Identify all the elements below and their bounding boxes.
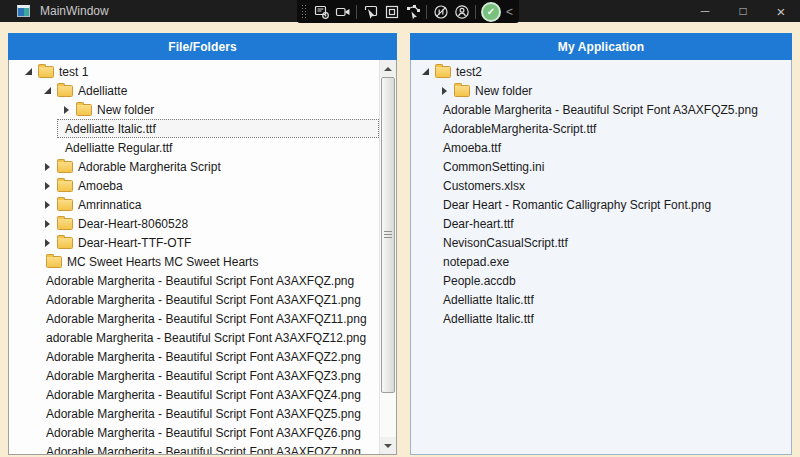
file-folders-panel-header: File/Folders (8, 33, 397, 60)
tree-item[interactable]: Dear-Heart-8060528 (38, 214, 379, 233)
minimize-button[interactable]: ─ (686, 0, 724, 22)
tree-item[interactable]: New folder (57, 100, 379, 119)
tree-item[interactable]: People.accdb (435, 271, 791, 290)
tree-item-label: Adorable Margherita Script (78, 160, 225, 174)
tree-item-label: Dear-heart.ttf (443, 217, 518, 231)
tree-item[interactable]: Adelliatte Regular.ttf (57, 138, 379, 157)
cursor-capture-icon[interactable] (360, 2, 381, 21)
file-folders-tree: test 1AdelliatteNew folderAdelliatte Ita… (8, 60, 397, 455)
expand-arrow-icon[interactable] (38, 233, 57, 252)
scrollbar-thumb[interactable] (381, 77, 395, 393)
user-circle-icon[interactable] (451, 2, 472, 21)
tree-item[interactable]: Dear-heart.ttf (435, 214, 791, 233)
capture-settings-icon[interactable] (311, 2, 332, 21)
region-capture-icon[interactable] (381, 2, 402, 21)
tree-item[interactable]: Adorable Margherita - Beautiful Script F… (38, 290, 379, 309)
tree-item-label: Adorable Margherita - Beautiful Script F… (46, 293, 365, 307)
folder-icon (57, 85, 73, 97)
tree-item[interactable]: test2 (416, 62, 791, 81)
my-application-panel-title: My Application (558, 40, 644, 54)
tree-item[interactable]: AdorableMargherita-Script.ttf (435, 119, 791, 138)
tree-item[interactable]: Adorable Margherita - Beautiful Script F… (38, 347, 379, 366)
expand-arrow-icon[interactable] (57, 100, 76, 119)
tree-item-label: Adelliatte Italic.ttf (443, 293, 538, 307)
file-folders-panel: File/Folders test 1AdelliatteNew folderA… (8, 33, 397, 455)
collapse-arrow-icon[interactable] (416, 62, 435, 81)
folder-icon (38, 66, 54, 78)
tree-item-label: Adorable Margherita - Beautiful Script F… (46, 312, 371, 326)
tree-item[interactable]: Adorable Margherita - Beautiful Script F… (435, 100, 791, 119)
tree-item[interactable]: Adorable Margherita - Beautiful Script F… (38, 385, 379, 404)
tree-item[interactable]: Adelliatte Italic.ttf (435, 309, 791, 328)
tree-item[interactable]: Adorable Margherita - Beautiful Script F… (38, 366, 379, 385)
tree-item-label: Adorable Margherita - Beautiful Script F… (443, 103, 762, 117)
tree-item[interactable]: notepad.exe (435, 252, 791, 271)
tree-item-label: People.accdb (443, 274, 520, 288)
tree-item[interactable]: Adorable Margherita Script (38, 157, 379, 176)
app-window-icon (17, 5, 30, 17)
tree-item[interactable]: Amoeba.ttf (435, 138, 791, 157)
tree-item[interactable]: Adelliatte (38, 81, 379, 100)
tree-item[interactable]: New folder (435, 81, 791, 100)
tree-item[interactable]: Dear Heart - Romantic Calligraphy Script… (435, 195, 791, 214)
tree-item-label: Adelliatte Italic.ttf (443, 312, 538, 326)
expand-arrow-icon[interactable] (38, 157, 57, 176)
tree-item[interactable]: test 1 (19, 62, 379, 81)
tree-item-label: Adelliatte (78, 84, 131, 98)
file-folders-panel-title: File/Folders (168, 40, 237, 54)
folder-icon (57, 199, 73, 211)
tree-item-label: adorable Margherita - Beautiful Script F… (46, 331, 370, 345)
tree-item[interactable]: NevisonCasualScript.ttf (435, 233, 791, 252)
maximize-button[interactable]: □ (724, 0, 762, 22)
folder-icon (76, 104, 92, 116)
tree-item-label: CommonSetting.ini (443, 160, 548, 174)
collapse-arrow-icon[interactable] (19, 62, 38, 81)
tree-item-label: Amoeba (78, 179, 127, 193)
tree-item[interactable]: MC Sweet Hearts MC Sweet Hearts (38, 252, 379, 271)
confirm-check-icon[interactable]: ✓ (481, 2, 501, 22)
tree-item[interactable]: adorable Margherita - Beautiful Script F… (38, 328, 379, 347)
tree-item[interactable]: Amrinnatica (38, 195, 379, 214)
tree-item-label: Dear-Heart-8060528 (78, 217, 192, 231)
expand-arrow-icon[interactable] (38, 214, 57, 233)
my-application-panel-header: My Application (410, 33, 792, 60)
tree-item[interactable]: Adorable Margherita - Beautiful Script F… (38, 271, 379, 290)
expand-arrow-icon[interactable] (38, 176, 57, 195)
tree-item-label: Adorable Margherita - Beautiful Script F… (46, 369, 365, 383)
tree-item-label: notepad.exe (443, 255, 513, 269)
tree-item-label: AdorableMargherita-Script.ttf (443, 122, 600, 136)
folder-icon (435, 66, 451, 78)
toolbar-drag-grip[interactable] (301, 4, 307, 19)
tree-item-label: Adorable Margherita - Beautiful Script F… (46, 426, 365, 440)
close-button[interactable]: × (762, 0, 800, 22)
tree-item-label: Customers.xlsx (443, 179, 529, 193)
timer-off-icon[interactable] (430, 2, 451, 21)
tree-item[interactable]: CommonSetting.ini (435, 157, 791, 176)
tree-item[interactable]: Amoeba (38, 176, 379, 195)
tree-item[interactable]: Adorable Margherita - Beautiful Script F… (38, 404, 379, 423)
tree-item-label: Adelliatte Regular.ttf (65, 141, 176, 155)
tree-item[interactable]: Adorable Margherita - Beautiful Script F… (38, 442, 379, 455)
folder-icon (57, 237, 73, 249)
expand-arrow-icon[interactable] (38, 195, 57, 214)
folder-icon (454, 85, 470, 97)
toolbar-separator (475, 5, 476, 19)
tree-item-label: Adorable Margherita - Beautiful Script F… (46, 407, 365, 421)
tree-item-label: New folder (475, 84, 536, 98)
window-controls: ─ □ × (686, 0, 800, 22)
tree-item[interactable]: Adelliatte Italic.ttf (435, 290, 791, 309)
tree-item[interactable]: Dear-Heart-TTF-OTF (38, 233, 379, 252)
tree-item[interactable]: Adelliatte Italic.ttf (57, 119, 379, 138)
tree-item[interactable]: Customers.xlsx (435, 176, 791, 195)
video-camera-icon[interactable] (332, 2, 353, 21)
window-content: File/Folders test 1AdelliatteNew folderA… (0, 22, 800, 457)
expand-arrow-icon[interactable] (435, 81, 454, 100)
path-select-icon[interactable] (402, 2, 423, 21)
scroll-down-button[interactable] (380, 437, 396, 454)
collapse-arrow-icon[interactable] (38, 81, 57, 100)
scroll-up-button[interactable] (380, 60, 396, 77)
collapse-toolbar-icon[interactable]: < (503, 5, 516, 19)
tree-item[interactable]: Adorable Margherita - Beautiful Script F… (38, 309, 379, 328)
folder-icon (46, 256, 62, 268)
tree-item[interactable]: Adorable Margherita - Beautiful Script F… (38, 423, 379, 442)
